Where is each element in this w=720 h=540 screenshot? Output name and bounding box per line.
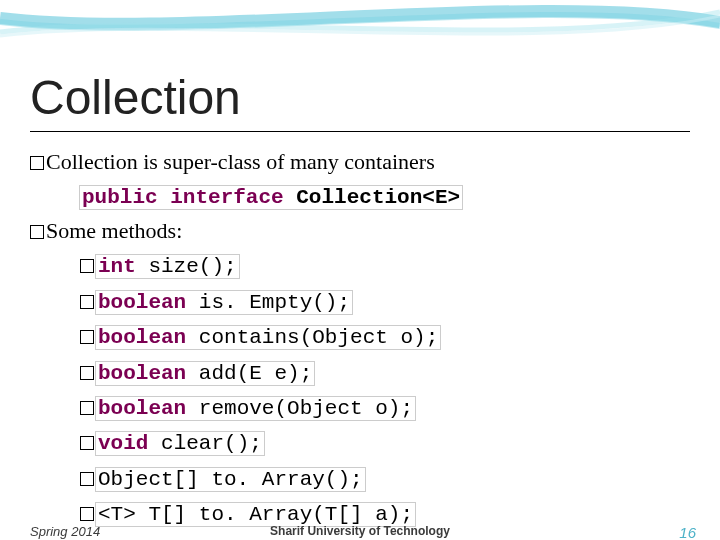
- kw-interface: interface: [170, 186, 283, 209]
- square-bullet-icon: [80, 507, 94, 521]
- method-clear: void clear();: [30, 426, 690, 459]
- footer-page-number: 16: [679, 524, 696, 540]
- body: Collection is super-class of many contai…: [30, 146, 690, 531]
- slide-title: Collection: [30, 70, 690, 125]
- method-text: Object[] to. Array();: [96, 468, 365, 491]
- method-toarray: Object[] to. Array();: [30, 462, 690, 495]
- kw-void: void: [98, 432, 148, 455]
- footer-university: Sharif University of Technology: [270, 524, 450, 538]
- kw-boolean: boolean: [98, 291, 186, 314]
- method-text: remove(Object o);: [186, 397, 413, 420]
- method-contains: boolean contains(Object o);: [30, 320, 690, 353]
- square-bullet-icon: [80, 401, 94, 415]
- line-methods-header: Some methods:: [30, 215, 690, 247]
- method-text: size();: [136, 255, 237, 278]
- square-bullet-icon: [80, 436, 94, 450]
- method-text: <T> T[] to. Array(T[] a);: [96, 503, 415, 526]
- method-text: add(E e);: [186, 362, 312, 385]
- kw-boolean: boolean: [98, 362, 186, 385]
- methods-label: Some methods:: [46, 218, 182, 243]
- square-bullet-icon: [80, 472, 94, 486]
- square-bullet-icon: [80, 259, 94, 273]
- method-remove: boolean remove(Object o);: [30, 391, 690, 424]
- square-bullet-icon: [30, 156, 44, 170]
- square-bullet-icon: [30, 225, 44, 239]
- method-size: int size();: [30, 249, 690, 282]
- intro-text: Collection is super-class of many contai…: [46, 149, 435, 174]
- slide-content: Collection Collection is super-class of …: [0, 0, 720, 531]
- method-isempty: boolean is. Empty();: [30, 285, 690, 318]
- class-name: Collection<E>: [296, 186, 460, 209]
- square-bullet-icon: [80, 295, 94, 309]
- square-bullet-icon: [80, 366, 94, 380]
- footer-term: Spring 2014: [30, 524, 100, 539]
- method-text: is. Empty();: [186, 291, 350, 314]
- kw-public: public: [82, 186, 158, 209]
- title-underline: [30, 131, 690, 132]
- method-text: contains(Object o);: [186, 326, 438, 349]
- kw-int: int: [98, 255, 136, 278]
- line-signature: public interface Collection<E>: [30, 180, 690, 213]
- kw-boolean: boolean: [98, 326, 186, 349]
- line-intro: Collection is super-class of many contai…: [30, 146, 690, 178]
- method-text: clear();: [148, 432, 261, 455]
- method-add: boolean add(E e);: [30, 356, 690, 389]
- square-bullet-icon: [80, 330, 94, 344]
- kw-boolean: boolean: [98, 397, 186, 420]
